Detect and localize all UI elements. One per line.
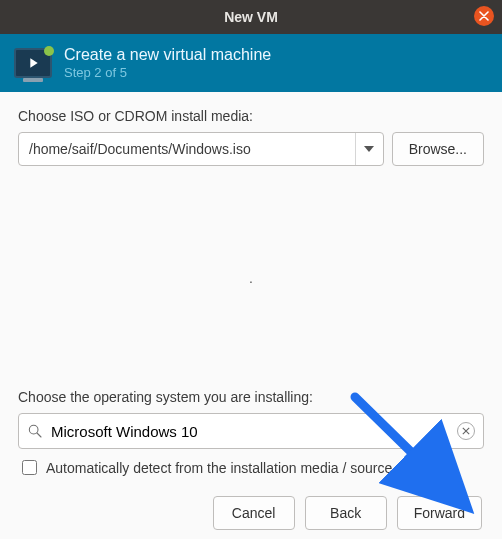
autodetect-row[interactable]: Automatically detect from the installati… [18,457,484,478]
banner-step: Step 2 of 5 [64,65,271,80]
back-button[interactable]: Back [305,496,387,530]
os-search-field[interactable] [18,413,484,449]
window-title: New VM [224,9,278,25]
wizard-footer: Cancel Back Forward [18,496,484,530]
new-badge-icon [44,46,54,56]
os-label: Choose the operating system you are inst… [18,389,484,405]
content-spacer: · [18,172,484,389]
install-media-combo[interactable]: /home/saif/Documents/Windows.iso [18,132,384,166]
cancel-button[interactable]: Cancel [213,496,295,530]
play-icon [25,55,41,71]
svg-line-1 [37,433,41,437]
clear-search-button[interactable] [457,422,475,440]
install-media-path: /home/saif/Documents/Windows.iso [19,133,355,165]
wizard-content: Choose ISO or CDROM install media: /home… [0,92,502,539]
clear-icon [462,427,470,435]
search-icon [27,423,43,439]
close-icon [479,11,489,21]
autodetect-checkbox[interactable] [22,460,37,475]
wizard-banner: Create a new virtual machine Step 2 of 5 [0,34,502,92]
titlebar: New VM [0,0,502,34]
autodetect-label: Automatically detect from the installati… [46,460,392,476]
chevron-down-icon [364,146,374,152]
browse-button[interactable]: Browse... [392,132,484,166]
forward-button[interactable]: Forward [397,496,482,530]
install-media-dropdown[interactable] [355,133,383,165]
vm-monitor-icon [14,48,52,78]
banner-title: Create a new virtual machine [64,46,271,64]
window-close-button[interactable] [474,6,494,26]
media-label: Choose ISO or CDROM install media: [18,108,484,124]
os-search-input[interactable] [49,422,451,441]
